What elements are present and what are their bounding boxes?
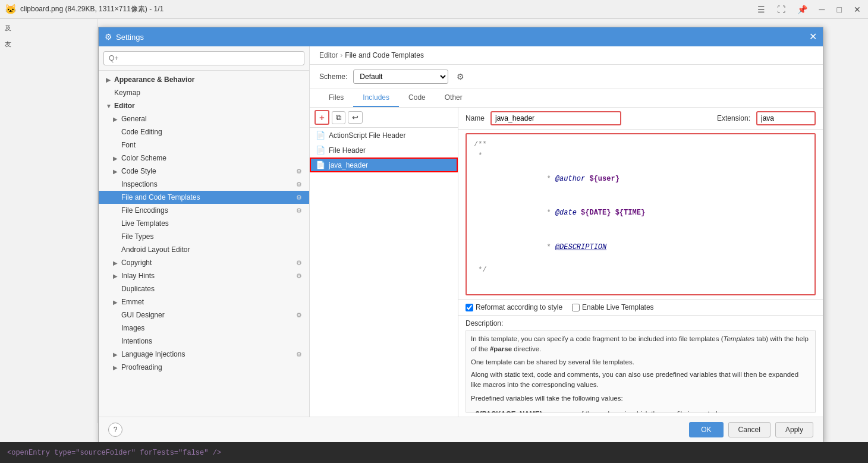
arrow-icon: ▶ — [113, 116, 119, 122]
description-label: Description: — [466, 319, 816, 327]
code-line-1: /** — [474, 139, 807, 150]
sidebar-item-label: Live Templates — [121, 219, 169, 228]
sidebar-item-codestyle[interactable]: ▶ Code Style ⚙ — [99, 165, 309, 178]
template-item-label: java_header — [329, 161, 368, 169]
template-item-fileheader[interactable]: 📄 File Header — [310, 143, 458, 158]
tab-includes[interactable]: Includes — [353, 89, 399, 107]
sidebar-item-inspections[interactable]: Inspections ⚙ — [99, 178, 309, 191]
pin-btn[interactable]: 📌 — [795, 4, 810, 15]
help-button[interactable]: ? — [108, 423, 122, 437]
cancel-button[interactable]: Cancel — [728, 422, 770, 437]
sidebar-item-filecodetemplates[interactable]: File and Code Templates ⚙ — [99, 191, 309, 204]
file-icon: 📄 — [316, 160, 325, 169]
sidebar-item-label: Color Scheme — [121, 154, 166, 162]
sidebar-item-label: Emmet — [121, 298, 144, 306]
scheme-select[interactable]: Default Project — [353, 70, 448, 84]
sidebar-item-copyright[interactable]: ▶ Copyright ⚙ — [99, 256, 309, 269]
sidebar-item-inlayhints[interactable]: ▶ Inlay Hints ⚙ — [99, 269, 309, 282]
templates-area: + ⧉ ↩ 📄 ActionScript File Header 📄 — [310, 108, 823, 417]
sidebar-item-appearance[interactable]: ▶ Appearance & Behavior — [99, 73, 309, 86]
sidebar-item-images[interactable]: Images — [99, 322, 309, 335]
gear-icon: ⚙ — [296, 351, 302, 358]
code-editor[interactable]: /** * * @author ${user} * @date ${DATE} … — [466, 133, 816, 295]
sidebar-item-editor[interactable]: ▼ Editor — [99, 99, 309, 112]
ok-button[interactable]: OK — [689, 422, 723, 437]
sidebar-item-label: File Types — [121, 232, 153, 241]
tab-files[interactable]: Files — [319, 89, 353, 107]
dialog-footer: ? OK Cancel Apply — [99, 417, 823, 442]
side-text: 及 — [0, 19, 98, 37]
dialog-close-button[interactable]: ✕ — [809, 32, 817, 42]
arrow-icon: ▶ — [113, 260, 119, 266]
minimize-btn[interactable]: ─ — [817, 4, 828, 15]
apply-button[interactable]: Apply — [775, 422, 813, 437]
scheme-gear-button[interactable]: ⚙ — [454, 71, 467, 83]
template-item-javaheader[interactable]: 📄 java_header — [310, 158, 458, 172]
sidebar-item-fileencodings[interactable]: File Encodings ⚙ — [99, 204, 309, 217]
live-templates-label: Enable Live Templates — [582, 303, 654, 311]
close-btn[interactable]: ✕ — [851, 4, 863, 15]
name-field-input[interactable] — [490, 111, 621, 125]
extension-field-input[interactable] — [756, 111, 816, 125]
sidebar-item-guidesigner[interactable]: GUI Designer ⚙ — [99, 308, 309, 322]
sidebar-search-input[interactable] — [103, 51, 304, 65]
reformat-label: Reformat according to style — [476, 303, 562, 311]
gear-icon: ⚙ — [296, 259, 302, 267]
arrow-icon: ▼ — [106, 103, 112, 109]
sidebar-item-general[interactable]: ▶ General — [99, 112, 309, 125]
content-area: Editor › File and Code Templates Scheme:… — [310, 46, 823, 417]
sidebar-item-filetypes[interactable]: File Types — [99, 230, 309, 243]
extension-field-label: Extension: — [717, 114, 750, 122]
maximize-btn[interactable]: □ — [835, 4, 844, 15]
sidebar-item-proofreading[interactable]: ▶ Proofreading — [99, 361, 309, 374]
title-bar-title: clipboard.png (84.29KB, 1311×711像素) - 1/… — [20, 4, 163, 14]
window-wrapper: 🐱 clipboard.png (84.29KB, 1311×711像素) - … — [0, 0, 868, 463]
sidebar-item-duplicates[interactable]: Duplicates — [99, 282, 309, 295]
footer-right: OK Cancel Apply — [689, 422, 813, 437]
side-text2: 友 — [0, 37, 98, 51]
fullscreen-btn[interactable]: ⛶ — [775, 4, 788, 15]
sidebar-item-label: General — [121, 115, 147, 123]
code-line-3: * @author ${user} — [474, 162, 807, 196]
sidebar-item-keymap[interactable]: Keymap — [99, 86, 309, 99]
sidebar-item-languageinjections[interactable]: ▶ Language Injections ⚙ — [99, 348, 309, 361]
breadcrumb-current: File and Code Templates — [345, 51, 424, 59]
sidebar-item-livetemplates[interactable]: Live Templates — [99, 217, 309, 230]
reformat-checkbox-label: Reformat according to style — [466, 303, 562, 311]
menu-btn[interactable]: ☰ — [755, 4, 768, 15]
app-icon: 🐱 — [5, 4, 17, 15]
reformat-checkbox[interactable] — [466, 304, 473, 311]
sidebar-item-intentions[interactable]: Intentions — [99, 335, 309, 348]
sidebar-item-label: Android Layout Editor — [121, 245, 190, 254]
sidebar-item-emmet[interactable]: ▶ Emmet — [99, 295, 309, 308]
var-desc: name of the package in which the new fil… — [554, 408, 810, 414]
sidebar-item-label: Duplicates — [121, 285, 155, 293]
scheme-row: Scheme: Default Project ⚙ — [310, 65, 823, 89]
options-row: Reformat according to style Enable Live … — [458, 299, 823, 315]
tab-code[interactable]: Code — [399, 89, 435, 107]
dialog-icon: ⚙ — [105, 32, 112, 42]
add-template-button[interactable]: + — [315, 110, 329, 125]
table-row: ${PACKAGE_NAME} name of the package in w… — [471, 408, 810, 414]
undo-template-button[interactable]: ↩ — [348, 111, 363, 124]
sidebar-tree: ▶ Appearance & Behavior Keymap ▼ Editor — [99, 71, 309, 417]
sidebar-item-label: File Encodings — [121, 206, 168, 215]
sidebar-item-font[interactable]: Font — [99, 138, 309, 152]
footer-left: ? — [108, 423, 122, 437]
var-name: ${PACKAGE_NAME} — [471, 408, 554, 414]
settings-sidebar: ▶ Appearance & Behavior Keymap ▼ Editor — [99, 46, 310, 417]
tab-other[interactable]: Other — [435, 89, 472, 107]
sidebar-item-androidlayout[interactable]: Android Layout Editor — [99, 243, 309, 256]
gear-icon: ⚙ — [296, 194, 302, 201]
sidebar-item-colorscheme[interactable]: ▶ Color Scheme — [99, 152, 309, 165]
sidebar-item-codeediting[interactable]: Code Editing — [99, 125, 309, 138]
arrow-icon: ▶ — [106, 77, 112, 83]
template-item-label: ActionScript File Header — [329, 131, 405, 140]
template-item-actionscript[interactable]: 📄 ActionScript File Header — [310, 128, 458, 143]
code-line-4: * @date ${DATE} ${TIME} — [474, 196, 807, 231]
live-templates-checkbox[interactable] — [572, 304, 580, 311]
sidebar-item-label: Intentions — [121, 337, 152, 345]
arrow-icon: ▶ — [113, 299, 119, 305]
dialog-title-container: ⚙ Settings — [105, 32, 144, 42]
copy-template-button[interactable]: ⧉ — [332, 111, 345, 124]
